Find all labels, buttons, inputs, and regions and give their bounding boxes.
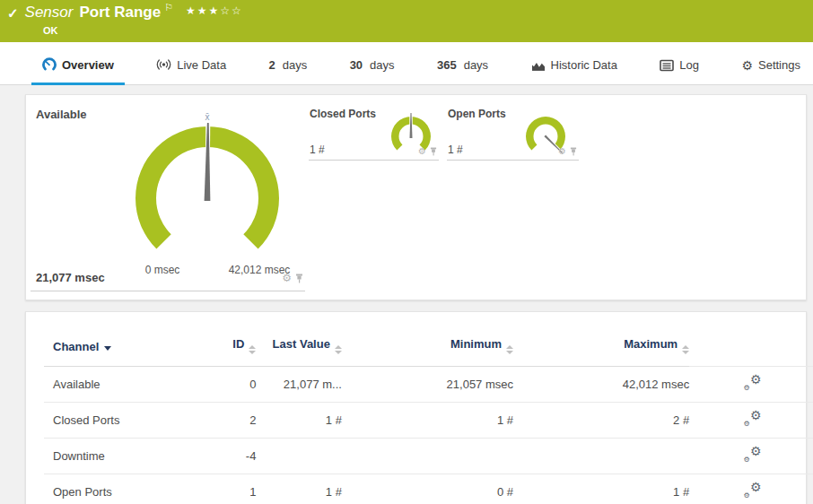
channel-settings-gears-icon[interactable]: ⚙⚙ bbox=[744, 375, 762, 391]
channel-minimum: 1 # bbox=[342, 403, 513, 439]
tab-number: 365 bbox=[437, 58, 457, 72]
tab-label: days bbox=[283, 58, 307, 72]
priority-stars[interactable]: ★★★☆☆ bbox=[186, 4, 243, 17]
channel-id: 2 bbox=[202, 403, 256, 439]
tab-live-data[interactable]: Live Data bbox=[145, 57, 237, 85]
sensor-header: ✓ Sensor Port Range ⚐ ★★★☆☆ OK bbox=[0, 0, 813, 42]
channel-maximum: 1 # bbox=[513, 474, 689, 504]
tab-label: days bbox=[370, 58, 394, 72]
table-row[interactable]: Closed Ports 2 1 # 1 # 2 # ⚙⚙ bbox=[44, 403, 813, 439]
gauge-icon bbox=[42, 57, 57, 72]
column-header-channel[interactable]: Channel bbox=[44, 312, 202, 367]
gauge-value: 1 # bbox=[310, 143, 325, 156]
tab-2-days[interactable]: 2 days bbox=[258, 58, 319, 85]
channel-last-value bbox=[256, 439, 342, 474]
channel-settings-gears-icon[interactable]: ⚙⚙ bbox=[744, 411, 762, 427]
live-icon bbox=[156, 57, 171, 72]
column-header-last-value[interactable]: Last Value bbox=[256, 312, 342, 367]
tab-30-days[interactable]: 30 days bbox=[339, 58, 406, 85]
channel-id: 0 bbox=[202, 367, 256, 403]
tab-number: 2 bbox=[269, 58, 275, 72]
channel-minimum bbox=[342, 439, 513, 474]
flag-icon[interactable]: ⚐ bbox=[164, 2, 173, 13]
channel-last-value: 1 # bbox=[256, 474, 342, 504]
gauge-min-label: 0 msec bbox=[113, 264, 212, 276]
column-header-id[interactable]: ID bbox=[202, 312, 256, 367]
tab-label: Overview bbox=[62, 58, 114, 72]
table-row[interactable]: Available 0 21,077 m... 21,057 msec 42,0… bbox=[44, 367, 813, 403]
gauge-settings-gear-icon[interactable]: ⚙ bbox=[282, 273, 292, 283]
channel-settings-gears-icon[interactable]: ⚙⚙ bbox=[744, 447, 762, 463]
channels-table: Channel ID Last Value Minimum Maximum bbox=[44, 312, 813, 504]
gauges-panel: Available x̄ 0 msec 42,012 msec 21,077 m… bbox=[25, 94, 807, 300]
pin-icon[interactable] bbox=[570, 147, 577, 156]
tab-bar: Overview Live Data 2 days 30 days 365 da… bbox=[0, 42, 813, 85]
tab-settings[interactable]: ⚙ Settings bbox=[730, 58, 811, 85]
pin-icon[interactable] bbox=[430, 147, 437, 156]
tab-label: Live Data bbox=[177, 58, 226, 72]
channel-id: 1 bbox=[202, 474, 256, 504]
gauge-needle bbox=[410, 113, 413, 138]
gauge-title: Available bbox=[36, 108, 87, 121]
content-area: Available x̄ 0 msec 42,012 msec 21,077 m… bbox=[0, 85, 813, 504]
column-header-minimum[interactable]: Minimum bbox=[342, 312, 513, 367]
column-header-maximum[interactable]: Maximum bbox=[513, 312, 689, 367]
gauge-value: 1 # bbox=[448, 143, 463, 156]
pin-icon[interactable] bbox=[295, 274, 303, 283]
gear-icon: ⚙ bbox=[741, 59, 753, 72]
column-header-actions bbox=[689, 312, 813, 367]
channel-maximum bbox=[513, 439, 689, 474]
tab-number: 30 bbox=[350, 58, 363, 72]
channel-minimum: 0 # bbox=[342, 474, 513, 504]
channel-minimum: 21,057 msec bbox=[342, 367, 513, 403]
sort-carets-icon bbox=[682, 345, 689, 354]
gauge-settings-gear-icon[interactable]: ⚙ bbox=[418, 147, 426, 156]
table-row[interactable]: Open Ports 1 1 # 0 # 1 # ⚙⚙ bbox=[44, 474, 813, 504]
channel-name[interactable]: Downtime bbox=[44, 439, 202, 474]
channel-last-value: 1 # bbox=[256, 403, 342, 439]
channel-settings-gears-icon[interactable]: ⚙⚙ bbox=[744, 482, 762, 499]
log-icon bbox=[660, 59, 674, 72]
channel-name[interactable]: Open Ports bbox=[44, 474, 202, 504]
channels-table-panel: Channel ID Last Value Minimum Maximum bbox=[25, 311, 807, 504]
channel-gauge-open-ports: Open Ports 1 # ⚙ bbox=[447, 102, 579, 161]
gauge-title: Closed Ports bbox=[310, 108, 376, 120]
tab-label: days bbox=[464, 58, 488, 72]
channel-maximum: 42,012 msec bbox=[513, 367, 689, 403]
mean-marker: x̄ bbox=[205, 113, 210, 122]
gauge-value: 21,077 msec bbox=[36, 271, 105, 284]
sort-carets-icon bbox=[335, 345, 342, 354]
sort-desc-icon bbox=[104, 346, 111, 351]
sort-carets-icon bbox=[506, 345, 513, 354]
tab-overview[interactable]: Overview bbox=[31, 57, 125, 85]
tab-historic-data[interactable]: Historic Data bbox=[520, 58, 628, 85]
channel-name[interactable]: Available bbox=[44, 367, 202, 403]
tab-label: Historic Data bbox=[551, 58, 617, 72]
gauge-title: Open Ports bbox=[448, 108, 506, 120]
status-badge: OK bbox=[43, 25, 58, 36]
tab-365-days[interactable]: 365 days bbox=[426, 58, 499, 85]
available-gauge: x̄ bbox=[131, 113, 284, 261]
channel-last-value: 21,077 m... bbox=[256, 367, 342, 403]
channel-gauge-closed-ports: Closed Ports 1 # ⚙ bbox=[309, 102, 439, 161]
channel-gauge-available: Available x̄ 0 msec 42,012 msec 21,077 m… bbox=[31, 102, 305, 291]
channel-maximum: 2 # bbox=[513, 403, 689, 439]
sort-carets-icon bbox=[249, 345, 256, 354]
tab-log[interactable]: Log bbox=[649, 58, 710, 85]
sensor-name: Port Range bbox=[79, 4, 161, 22]
tab-label: Log bbox=[679, 58, 699, 72]
table-row[interactable]: Downtime -4 ⚙⚙ bbox=[44, 439, 813, 474]
channel-name[interactable]: Closed Ports bbox=[44, 403, 202, 439]
gauge-settings-gear-icon[interactable]: ⚙ bbox=[558, 147, 566, 156]
area-chart-icon bbox=[531, 59, 546, 72]
tab-label: Settings bbox=[758, 58, 800, 72]
sensor-type-label: Sensor bbox=[25, 4, 74, 22]
status-check-icon: ✓ bbox=[7, 5, 19, 22]
channel-id: -4 bbox=[202, 439, 256, 474]
